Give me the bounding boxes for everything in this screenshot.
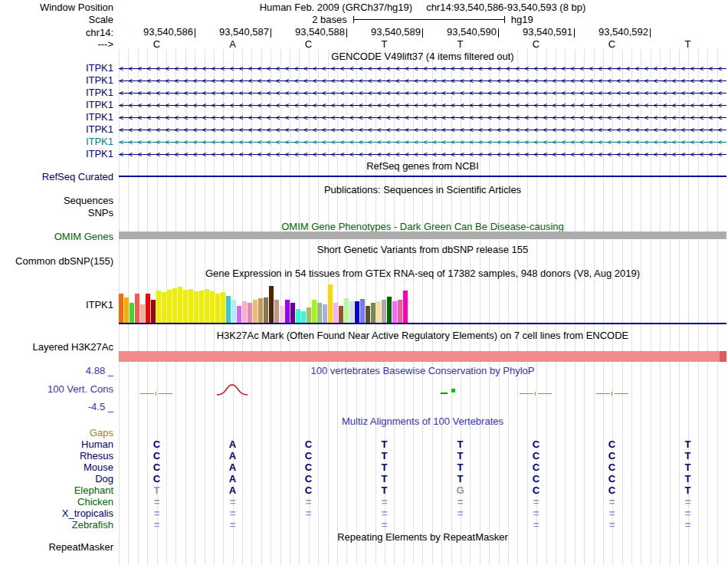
gtex-tissue-bar[interactable] xyxy=(317,303,322,323)
refseq-track-title[interactable]: RefSeq genes from NCBI xyxy=(119,160,726,172)
dbsnp-track-title[interactable]: Short Genetic Variants from dbSNP releas… xyxy=(119,244,726,255)
gtex-expression-barchart[interactable] xyxy=(119,282,726,323)
alignment-row-human[interactable]: HumanCACTTCCT xyxy=(0,439,728,450)
gene-label-itpk1[interactable]: ITPK1 xyxy=(0,123,113,136)
gtex-tissue-bar[interactable] xyxy=(178,287,182,323)
gtex-tissue-bar[interactable] xyxy=(231,300,236,323)
multiz-track-title[interactable]: Multiz Alignments of 100 Vertebrates xyxy=(119,416,726,427)
gtex-tissue-bar[interactable] xyxy=(146,294,150,323)
gtex-tissue-bar[interactable] xyxy=(226,296,231,323)
gtex-tissue-bar[interactable] xyxy=(323,304,327,323)
transcript-row[interactable]: <<<<<<<<<<<<<<<<<<<<<<<<<<<<<<<<<<<<<<<<… xyxy=(119,148,726,160)
alignment-row-x_tropicalis[interactable]: X_tropicalis======== xyxy=(0,508,728,519)
gtex-tissue-bar[interactable] xyxy=(355,301,359,323)
gtex-tissue-bar[interactable] xyxy=(162,292,166,323)
gtex-tissue-bar[interactable] xyxy=(382,300,386,323)
omim-track-title[interactable]: OMIM Gene Phenotypes - Dark Green Can Be… xyxy=(119,221,726,232)
alignment-row-dog[interactable]: DogCACTTCCT xyxy=(0,473,728,485)
h3k27ac-signal-bar[interactable] xyxy=(119,351,726,362)
refseq-gene-line[interactable] xyxy=(119,176,726,177)
transcript-row[interactable]: <<<<<<<<<<<<<<<<<<<<<<<<<<<<<<<<<<<<<<<<… xyxy=(119,111,726,123)
gtex-tissue-bar[interactable] xyxy=(205,289,209,323)
gtex-tissue-bar[interactable] xyxy=(194,291,198,323)
transcript-row[interactable]: <<<<<<<<<<<<<<<<<<<<<<<<<<<<<<<<<<<<<<<<… xyxy=(119,74,726,87)
omim-genes-label[interactable]: OMIM Genes xyxy=(0,231,113,242)
gtex-tissue-bar[interactable] xyxy=(333,303,338,323)
gencode-track-title[interactable]: GENCODE V49lift37 (4 items filtered out) xyxy=(119,51,726,62)
gene-label-itpk1[interactable]: ITPK1 xyxy=(0,136,113,148)
gtex-tissue-bar[interactable] xyxy=(264,297,268,323)
gtex-tissue-bar[interactable] xyxy=(130,303,134,323)
gtex-tissue-bar[interactable] xyxy=(290,303,295,323)
gene-label-itpk1[interactable]: ITPK1 xyxy=(0,99,113,111)
gtex-tissue-bar[interactable] xyxy=(189,289,193,323)
phylop-conservation-track[interactable] xyxy=(119,382,726,405)
species-label[interactable]: Chicken xyxy=(0,496,119,508)
gtex-track-title[interactable]: Gene Expression in 54 tissues from GTEx … xyxy=(119,268,726,279)
gtex-tissue-bar[interactable] xyxy=(210,291,215,323)
position-ruler[interactable]: 93,540,58693,540,58793,540,58893,540,589… xyxy=(119,27,726,38)
transcript-row[interactable]: <<<<<<<<<<<<<<<<<<<<<<<<<<<<<<<<<<<<<<<<… xyxy=(119,62,726,74)
gtex-tissue-bar[interactable] xyxy=(237,306,241,323)
gtex-tissue-bar[interactable] xyxy=(140,304,145,323)
gtex-tissue-bar[interactable] xyxy=(258,298,263,323)
gtex-tissue-bar[interactable] xyxy=(221,292,225,323)
transcript-row[interactable]: <<<<<<<<<<<<<<<<<<<<<<<<<<<<<<<<<<<<<<<<… xyxy=(119,136,726,148)
gtex-tissue-bar[interactable] xyxy=(151,300,156,323)
gtex-tissue-bar[interactable] xyxy=(339,306,343,323)
h3k27ac-label[interactable]: Layered H3K27Ac xyxy=(0,341,113,353)
sequences-label[interactable]: Sequences xyxy=(0,195,113,206)
dbsnp-label[interactable]: Common dbSNP(155) xyxy=(0,255,113,267)
gene-label-itpk1[interactable]: ITPK1 xyxy=(0,74,113,87)
gtex-tissue-bar[interactable] xyxy=(124,297,129,323)
gtex-tissue-bar[interactable] xyxy=(248,303,252,323)
alignment-row-zebrafish[interactable]: Zebrafish====== xyxy=(0,519,728,531)
repeatmasker-label[interactable]: RepeatMasker xyxy=(0,541,113,553)
species-label[interactable]: Rhesus xyxy=(0,450,119,462)
gtex-gene-label[interactable]: ITPK1 xyxy=(0,299,113,310)
species-label[interactable]: Zebrafish xyxy=(0,519,119,531)
alignment-row-rhesus[interactable]: RhesusCACTTCCT xyxy=(0,450,728,462)
gtex-tissue-bar[interactable] xyxy=(274,300,279,323)
gtex-tissue-bar[interactable] xyxy=(312,300,316,323)
gtex-tissue-bar[interactable] xyxy=(387,297,392,323)
gtex-tissue-bar[interactable] xyxy=(398,300,402,323)
gtex-tissue-bar[interactable] xyxy=(307,307,311,323)
vert-cons-label[interactable]: 100 Vert. Cons xyxy=(0,383,113,395)
gtex-tissue-bar[interactable] xyxy=(366,306,370,323)
alignment-row-elephant[interactable]: ElephantTACTGCCT xyxy=(0,485,728,496)
transcript-row[interactable]: <<<<<<<<<<<<<<<<<<<<<<<<<<<<<<<<<<<<<<<<… xyxy=(119,87,726,99)
gtex-tissue-bar[interactable] xyxy=(253,300,257,323)
gene-label-itpk1[interactable]: ITPK1 xyxy=(0,111,113,123)
alignment-row-chicken[interactable]: Chicken======== xyxy=(0,496,728,508)
gtex-tissue-bar[interactable] xyxy=(296,309,300,323)
snps-label[interactable]: SNPs xyxy=(0,207,113,218)
gene-label-itpk1[interactable]: ITPK1 xyxy=(0,148,113,160)
gtex-tissue-bar[interactable] xyxy=(242,301,247,323)
species-label[interactable]: Human xyxy=(0,439,119,450)
publications-track-title[interactable]: Publications: Sequences in Scientific Ar… xyxy=(119,184,726,195)
gtex-tissue-bar[interactable] xyxy=(167,290,172,323)
gtex-tissue-bar[interactable] xyxy=(156,291,161,323)
h3k27ac-track-title[interactable]: H3K27Ac Mark (Often Found Near Active Re… xyxy=(119,330,726,341)
alignment-row-mouse[interactable]: MouseCACTTCCT xyxy=(0,462,728,473)
species-label[interactable]: Gaps xyxy=(0,427,119,439)
gtex-tissue-bar[interactable] xyxy=(392,301,397,323)
gtex-tissue-bar[interactable] xyxy=(215,294,220,323)
species-label[interactable]: Elephant xyxy=(0,485,119,496)
gtex-tissue-bar[interactable] xyxy=(285,300,290,323)
gtex-tissue-bar[interactable] xyxy=(328,284,333,323)
gtex-tissue-bar[interactable] xyxy=(269,286,274,323)
species-label[interactable]: Dog xyxy=(0,473,119,485)
species-label[interactable]: Mouse xyxy=(0,462,119,473)
gtex-tissue-bar[interactable] xyxy=(172,288,177,323)
species-label[interactable]: X_tropicalis xyxy=(0,508,119,519)
gtex-tissue-bar[interactable] xyxy=(280,306,284,323)
omim-gene-bar[interactable] xyxy=(119,232,726,239)
refseq-curated-label[interactable]: RefSeq Curated xyxy=(0,171,113,182)
gtex-tissue-bar[interactable] xyxy=(360,299,365,323)
gtex-tissue-bar[interactable] xyxy=(349,301,354,323)
gtex-tissue-bar[interactable] xyxy=(376,301,381,323)
gtex-tissue-bar[interactable] xyxy=(119,294,123,323)
transcript-row[interactable]: <<<<<<<<<<<<<<<<<<<<<<<<<<<<<<<<<<<<<<<<… xyxy=(119,123,726,136)
